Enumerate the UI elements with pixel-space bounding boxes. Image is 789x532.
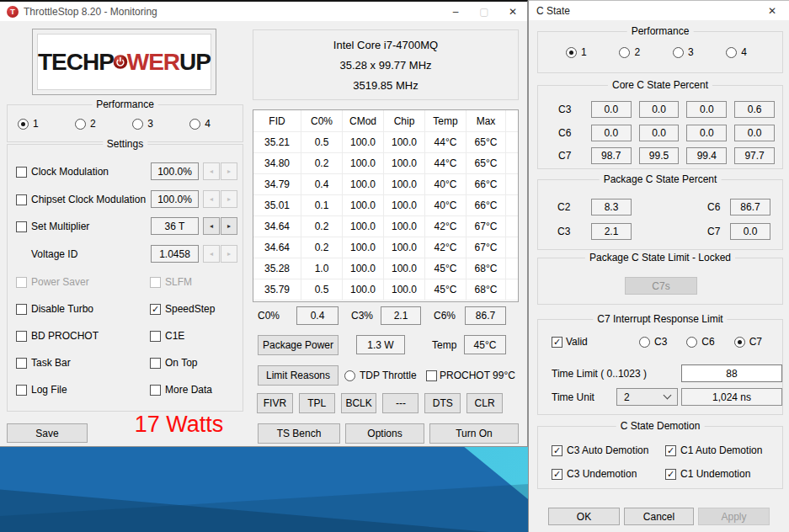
dialog-performance-radio-3[interactable]: [673, 47, 684, 58]
prochot-option[interactable]: PROCHOT 99°C: [426, 370, 515, 381]
tdp-throttle-option[interactable]: TDP Throttle: [344, 370, 417, 381]
interrupt-option-c3[interactable]: C3: [639, 336, 667, 348]
bclk-button[interactable]: BCLK: [341, 393, 377, 413]
separator-button[interactable]: ---: [382, 393, 418, 413]
interrupt-radio-c3[interactable]: [639, 337, 650, 348]
performance-radio-4[interactable]: [189, 119, 200, 130]
performance-option-4[interactable]: 4: [189, 118, 211, 130]
setting-on-top[interactable]: On Top: [150, 357, 237, 369]
core-c-state-group: Core C State Percent C30.00.00.00.6C60.0…: [537, 85, 783, 169]
checkbox[interactable]: [552, 445, 562, 456]
dialog-performance-option-3[interactable]: 3: [673, 46, 694, 58]
checkbox[interactable]: [150, 385, 161, 396]
performance-radio-1[interactable]: [18, 119, 29, 130]
minimize-button[interactable]: –: [441, 2, 470, 21]
core-row-c3: C30.00.00.00.6: [538, 101, 782, 118]
performance-radio-3[interactable]: [132, 119, 143, 130]
setting-speedstep[interactable]: SpeedStep: [150, 303, 237, 315]
table-cell-filler: [506, 216, 518, 237]
prochot-checkbox[interactable]: [426, 370, 437, 381]
dialog-performance-radio-2[interactable]: [619, 47, 630, 58]
dialog-close-button[interactable]: ✕: [755, 1, 789, 20]
core-c6-value: 0.0: [734, 125, 775, 141]
checkbox[interactable]: [16, 331, 27, 342]
interrupt-radio-c6[interactable]: [686, 337, 697, 348]
clock-modulation-checkbox[interactable]: [16, 167, 27, 178]
valid-checkbox[interactable]: [552, 337, 562, 348]
checkbox-label: SLFM: [165, 276, 192, 288]
table-cell: 68°C: [466, 258, 506, 279]
ts-bench-button[interactable]: TS Bench: [258, 423, 340, 444]
table-cell: 68°C: [466, 279, 506, 301]
voltage-id-row: Voltage ID 1.0458 ◂▸: [8, 245, 243, 263]
table-cell: 100.0: [343, 153, 384, 174]
checkbox[interactable]: [552, 469, 562, 480]
dialog-performance-option-2[interactable]: 2: [619, 46, 640, 58]
demotion-c3-undemotion[interactable]: C3 Undemotion: [552, 468, 665, 480]
checkbox[interactable]: [150, 331, 161, 342]
core-c7-value: 98.7: [591, 147, 632, 164]
cpu-info-panel: Intel Core i7-4700MQ 35.28 x 99.77 MHz 3…: [253, 29, 519, 100]
interrupt-option-c7[interactable]: C7: [734, 336, 762, 348]
fivr-button[interactable]: FIVR: [257, 393, 293, 413]
table-cell: 35.01: [253, 195, 301, 216]
title-bar[interactable]: T ThrottleStop 8.20 - Monitoring – ▢ ✕: [0, 2, 527, 21]
dialog-performance-option-4[interactable]: 4: [726, 46, 747, 58]
close-button[interactable]: ✕: [498, 2, 527, 21]
tdp-throttle-radio[interactable]: [344, 370, 355, 381]
performance-option-1[interactable]: 1: [18, 118, 39, 130]
dialog-performance-radio-1[interactable]: [566, 47, 577, 58]
checkbox[interactable]: [16, 304, 27, 315]
demotion-c1-auto-demotion[interactable]: C1 Auto Demotion: [665, 444, 774, 456]
options-button[interactable]: Options: [345, 423, 424, 444]
chipset-clock-modulation-checkbox[interactable]: [16, 194, 27, 205]
dialog-performance-radio-4[interactable]: [726, 47, 737, 58]
column-header: C0%: [301, 110, 343, 132]
tpl-button[interactable]: TPL: [299, 393, 335, 413]
dialog-title-bar[interactable]: C State ✕: [529, 1, 789, 20]
core-c6-value: 0.0: [639, 125, 680, 141]
setting-bd-prochot[interactable]: BD PROCHOT: [16, 330, 150, 342]
checkbox[interactable]: [665, 469, 676, 480]
clr-button[interactable]: CLR: [466, 393, 503, 413]
dialog-performance-option-1[interactable]: 1: [566, 46, 587, 58]
dts-button[interactable]: DTS: [424, 393, 461, 413]
chevron-down-icon: [664, 391, 672, 400]
performance-option-2[interactable]: 2: [75, 118, 96, 130]
checkbox[interactable]: [150, 358, 161, 369]
setting-more-data[interactable]: More Data: [150, 384, 237, 396]
demotion-c3-auto-demotion[interactable]: C3 Auto Demotion: [552, 444, 665, 456]
setting-task-bar[interactable]: Task Bar: [16, 357, 150, 369]
interrupt-radio-c7[interactable]: [734, 337, 745, 348]
interrupt-option-c6[interactable]: C6: [686, 336, 714, 348]
demotion-c1-undemotion[interactable]: C1 Undemotion: [665, 468, 774, 480]
checkbox[interactable]: [665, 445, 676, 456]
tdp-throttle-label: TDP Throttle: [360, 370, 417, 381]
checkbox[interactable]: [16, 358, 27, 369]
time-unit-select[interactable]: 2: [616, 388, 678, 406]
right-arrow-button[interactable]: ▸: [221, 217, 237, 235]
performance-option-3[interactable]: 3: [132, 118, 153, 130]
table-cell: 34.64: [253, 237, 301, 258]
turn-on-button[interactable]: Turn On: [429, 423, 519, 444]
logo-panel: TECHP WERUP: [32, 29, 216, 95]
package-power-button[interactable]: Package Power: [258, 335, 339, 355]
checkbox[interactable]: [150, 304, 161, 315]
core-row-label: C6: [558, 127, 591, 139]
setting-log-file[interactable]: Log File: [16, 384, 150, 396]
set-multiplier-checkbox[interactable]: [16, 221, 27, 232]
time-limit-input[interactable]: 88: [681, 364, 782, 382]
c6-label: C6%: [434, 310, 456, 322]
table-cell: 100.0: [343, 195, 384, 216]
setting-disable-turbo[interactable]: Disable Turbo: [16, 303, 150, 315]
performance-radio-2[interactable]: [75, 119, 86, 130]
cancel-button[interactable]: Cancel: [624, 508, 694, 525]
left-arrow-button[interactable]: ◂: [203, 217, 220, 235]
limit-reasons-button[interactable]: Limit Reasons: [258, 365, 339, 386]
save-button[interactable]: Save: [7, 423, 88, 443]
ok-button[interactable]: OK: [548, 508, 620, 525]
checkbox[interactable]: [16, 385, 27, 396]
setting-c1e[interactable]: C1E: [150, 330, 237, 342]
left-arrow-button: ◂: [203, 162, 220, 180]
valid-option[interactable]: Valid: [552, 336, 588, 348]
